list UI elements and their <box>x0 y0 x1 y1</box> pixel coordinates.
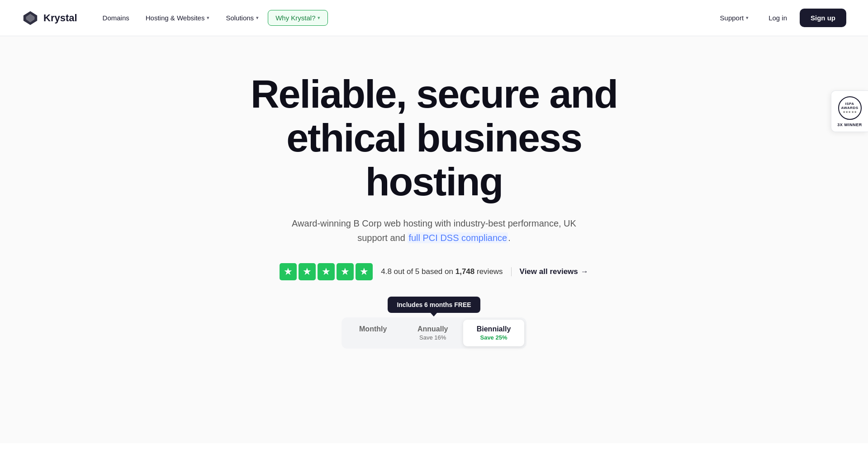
chevron-down-icon: ▾ <box>207 15 209 21</box>
nav-solutions[interactable]: Solutions ▾ <box>218 10 266 25</box>
ispa-title: ISPAAWARDS <box>841 102 858 110</box>
nav-links: Domains Hosting & Websites ▾ Solutions ▾… <box>95 10 713 26</box>
ispa-stars: ★★★★★ <box>843 110 857 114</box>
tab-annually[interactable]: Annually Save 16% <box>403 320 462 346</box>
billing-tabs: Monthly Annually Save 16% Biennially Sav… <box>342 317 527 349</box>
hero-subtitle: Award-winning B Corp web hosting with in… <box>289 216 579 245</box>
logo-icon <box>22 9 39 27</box>
reviews-row: ★ ★ ★ ★ ★ 4.8 out of 5 based on 1,748 re… <box>280 263 588 280</box>
star-3: ★ <box>318 263 335 280</box>
nav-right: Support ▾ Log in Sign up <box>713 9 846 27</box>
arrow-right-icon: → <box>581 267 588 276</box>
nav-domains[interactable]: Domains <box>95 10 137 25</box>
star-rating: ★ ★ ★ ★ ★ <box>280 263 373 280</box>
tab-monthly[interactable]: Monthly <box>344 320 403 346</box>
ispa-badge: ISPAAWARDS ★★★★★ 3X WINNER <box>831 90 868 132</box>
ispa-winner-text: 3X WINNER <box>837 123 862 127</box>
nav-why-krystal[interactable]: Why Krystal? ▾ <box>268 10 328 26</box>
view-reviews-link[interactable]: View all reviews → <box>511 267 588 276</box>
signup-button[interactable]: Sign up <box>800 9 846 27</box>
login-button[interactable]: Log in <box>759 10 796 25</box>
chevron-down-icon: ▾ <box>746 15 749 21</box>
nav-support[interactable]: Support ▾ <box>713 10 756 25</box>
chevron-down-icon: ▾ <box>256 15 259 21</box>
navbar: Krystal Domains Hosting & Websites ▾ Sol… <box>0 0 868 36</box>
hero-section: Reliable, secure and ethical business ho… <box>0 36 868 443</box>
star-1: ★ <box>280 263 297 280</box>
chevron-down-icon: ▾ <box>318 15 320 21</box>
pci-link[interactable]: full PCI DSS compliance <box>408 232 508 243</box>
billing-tabs-wrapper: Includes 6 months FREE Monthly Annually … <box>342 297 527 349</box>
star-5: ★ <box>356 263 373 280</box>
nav-hosting-websites[interactable]: Hosting & Websites ▾ <box>138 10 217 25</box>
tab-biennially[interactable]: Biennially Save 25% <box>463 320 525 346</box>
logo-link[interactable]: Krystal <box>22 9 77 27</box>
logo-text: Krystal <box>43 12 77 24</box>
ispa-circle: ISPAAWARDS ★★★★★ <box>838 96 862 120</box>
star-4: ★ <box>337 263 354 280</box>
tooltip-includes-free: Includes 6 months FREE <box>388 297 480 313</box>
star-2: ★ <box>299 263 316 280</box>
hero-title: Reliable, secure and ethical business ho… <box>231 72 638 203</box>
rating-text: 4.8 out of 5 based on 1,748 reviews <box>381 267 503 276</box>
